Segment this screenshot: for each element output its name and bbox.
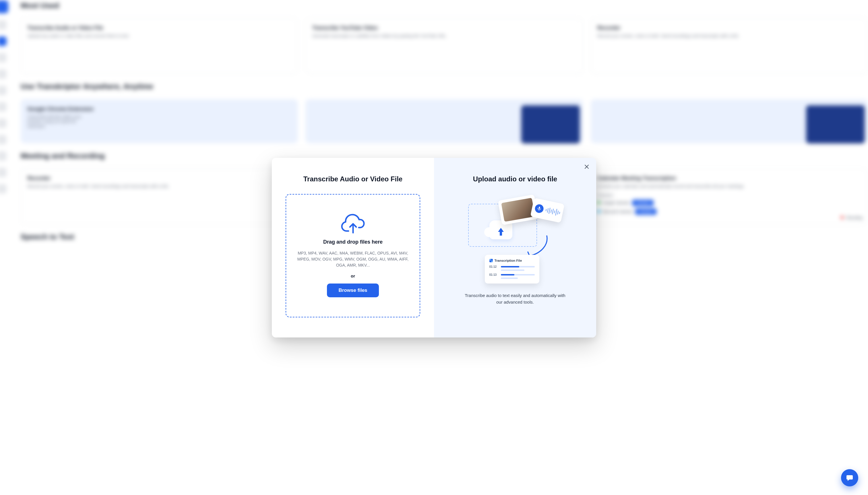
upload-illustration: Transcription File 01:12 01:13: [466, 192, 564, 284]
chat-icon: [846, 474, 853, 481]
cloud-upload-icon: [341, 214, 365, 234]
file-dropzone[interactable]: Drag and drop files here MP3, MP4, WAV, …: [286, 194, 420, 318]
microphone-icon: [534, 203, 544, 214]
modal-title-left: Transcribe Audio or Video File: [303, 175, 403, 183]
timestamp-1: 01:12: [489, 265, 498, 268]
close-icon: [584, 165, 589, 169]
modal-right-panel: Upload audio or video file: [434, 158, 596, 338]
illustration-card-title: Transcription File: [489, 259, 535, 262]
svg-rect-0: [539, 206, 540, 209]
close-button[interactable]: [582, 163, 591, 171]
or-separator: or: [351, 273, 355, 278]
timestamp-2: 01:13: [489, 273, 498, 276]
supported-formats: MP3, MP4, WAV, AAC, M4A, WEBM, FLAC, OPU…: [295, 250, 410, 268]
browse-files-button[interactable]: Browse files: [327, 284, 379, 297]
upload-modal: Transcribe Audio or Video File Drag and …: [272, 158, 596, 338]
modal-left-panel: Transcribe Audio or Video File Drag and …: [272, 158, 434, 338]
modal-overlay: Transcribe Audio or Video File Drag and …: [0, 0, 868, 495]
arrow-up-icon: [498, 228, 504, 232]
waveform-icon: [545, 206, 561, 217]
modal-title-right: Upload audio or video file: [473, 175, 557, 183]
chat-fab-button[interactable]: [841, 469, 858, 487]
modal-caption: Transcribe audio to text easily and auto…: [463, 292, 567, 306]
dropzone-heading: Drag and drop files here: [323, 239, 382, 245]
illustration-transcription-card: Transcription File 01:12 01:13: [485, 255, 539, 284]
